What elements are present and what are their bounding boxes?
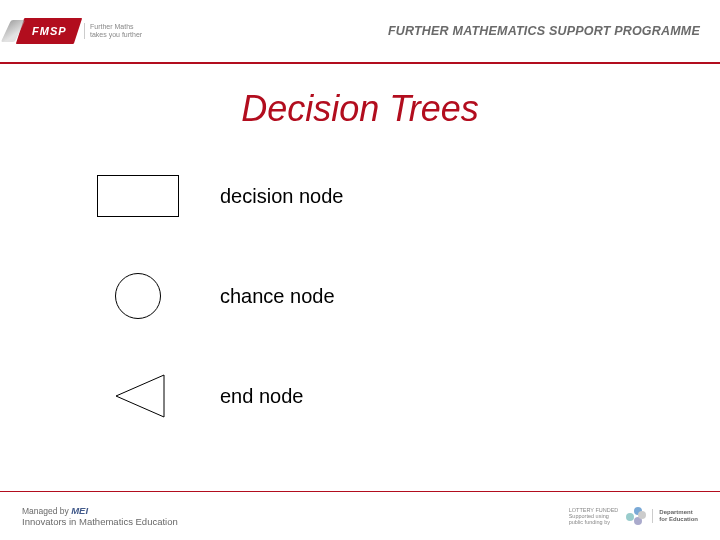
decision-node-label: decision node	[220, 185, 343, 208]
footer-managed-by: Managed by MEI Innovators in Mathematics…	[22, 505, 178, 528]
footer-lottery-text: LOTTERY FUNDED Supported using public fu…	[569, 507, 619, 525]
footer-innovators: Innovators in Mathematics Education	[22, 516, 178, 527]
dfe-logo-text: Department for Education	[652, 509, 698, 522]
legend-row-chance: chance node	[88, 270, 343, 322]
decision-node-icon	[88, 175, 188, 217]
footer-mei: MEI	[71, 505, 88, 516]
programme-name: FURTHER MATHEMATICS SUPPORT PROGRAMME	[388, 24, 700, 38]
svg-marker-0	[116, 375, 164, 417]
header-divider	[0, 62, 720, 64]
legend-row-end: end node	[88, 370, 343, 422]
footer-managed-prefix: Managed by	[22, 506, 71, 516]
fmsp-logo-icon: FMSP	[16, 18, 82, 44]
end-node-icon	[88, 371, 188, 421]
logo-tagline: Further Maths takes you further	[84, 23, 142, 38]
legend-row-decision: decision node	[88, 170, 343, 222]
slide: FMSP Further Maths takes you further FUR…	[0, 0, 720, 540]
chance-node-label: chance node	[220, 285, 335, 308]
slide-title: Decision Trees	[241, 88, 478, 130]
end-node-label: end node	[220, 385, 303, 408]
footer-right: LOTTERY FUNDED Supported using public fu…	[569, 505, 698, 527]
legend: decision node chance node end node	[88, 170, 343, 470]
footer: Managed by MEI Innovators in Mathematics…	[0, 492, 720, 540]
lottery-logo-icon	[624, 505, 646, 527]
logo-left: FMSP Further Maths takes you further	[20, 18, 142, 44]
fmsp-logo-text: FMSP	[32, 25, 67, 37]
chance-node-icon	[88, 273, 188, 319]
header: FMSP Further Maths takes you further FUR…	[0, 0, 720, 62]
